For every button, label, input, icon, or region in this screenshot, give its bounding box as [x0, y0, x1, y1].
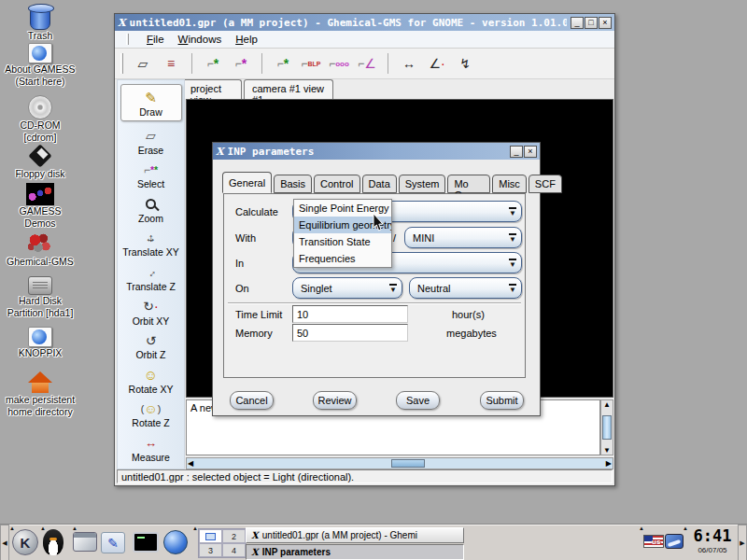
horizontal-scrollbar[interactable]: ◀ ▶ — [186, 457, 613, 469]
desktop-icon-harddisk[interactable]: Hard Disk Partition [hda1] — [0, 276, 92, 318]
measure-angle-tool-icon[interactable]: ∠· — [425, 51, 449, 76]
taskbar-window-main[interactable]: X untitled01.gpr (a MM project) - Ghemi — [246, 527, 464, 543]
desktop-icon-floppy[interactable]: Floppy disk — [0, 144, 92, 180]
tool-orbit-xy[interactable]: ↻· Orbit XY — [120, 299, 182, 327]
minimize-icon[interactable]: _ — [571, 17, 584, 29]
desktop-icon-knoppix[interactable]: KNOPPIX — [0, 327, 92, 359]
tool-rotate-xy[interactable]: ☺ Rotate XY — [120, 367, 182, 395]
pager-desktop-3[interactable]: 3 — [199, 543, 222, 557]
add-atom-magenta-tool-icon[interactable]: ⌐* — [229, 51, 253, 76]
close-icon[interactable]: × — [599, 17, 612, 29]
charge-combo[interactable]: Neutral ▼ — [409, 277, 522, 299]
menubar-grip[interactable] — [126, 34, 129, 46]
desktop-icon-cdrom[interactable]: CD-ROM [cdrom] — [0, 95, 92, 143]
display-settings-button[interactable] — [665, 534, 684, 549]
scroll-down-icon[interactable]: ▼ — [603, 446, 611, 455]
time-limit-input[interactable] — [292, 305, 408, 323]
menu-windows[interactable]: Windows — [178, 34, 222, 45]
dropdown-option-frequencies[interactable]: Frequencies — [294, 250, 391, 267]
add-atom-green-tool-icon[interactable]: ⌐* — [201, 51, 225, 76]
combo-arrow-icon[interactable]: ▼ — [509, 233, 516, 243]
tool-translate-xy[interactable]: ↔↕ Translate XY — [120, 230, 182, 258]
tab-basis[interactable]: Basis — [274, 175, 312, 193]
hydrogens-tool-icon[interactable]: ⌐* — [271, 51, 295, 76]
terminal-button[interactable] — [133, 532, 159, 553]
x11-logo-icon: X — [118, 17, 126, 29]
combo-arrow-icon[interactable]: ▼ — [509, 207, 516, 217]
multiplicity-combo[interactable]: Singlet ▼ — [292, 277, 402, 299]
scroll-left-icon[interactable]: ◀ — [188, 459, 193, 468]
ring-tool-icon[interactable]: ⌐ooo — [327, 51, 351, 76]
pager-desktop-4[interactable]: 4 — [222, 543, 246, 557]
main-titlebar[interactable]: X untitled01.gpr (a MM project) - Ghemic… — [115, 14, 614, 31]
tool-orbit-z[interactable]: ↺ Orbit Z — [120, 332, 182, 360]
combo-arrow-icon[interactable]: ▼ — [509, 284, 516, 293]
toolbar-grip[interactable] — [120, 53, 123, 74]
maximize-icon[interactable]: □ — [585, 17, 598, 29]
basis-set-combo[interactable]: MINI ▼ — [404, 227, 522, 248]
geometry-tool-icon[interactable]: ⌐∠ — [355, 51, 379, 76]
minimize-icon[interactable]: _ — [510, 146, 523, 158]
measure-torsion-tool-icon[interactable]: ↯ — [453, 51, 477, 76]
pager-desktop-1[interactable] — [199, 529, 222, 543]
memory-input[interactable] — [292, 324, 408, 342]
globe-icon — [163, 530, 188, 554]
tab-control[interactable]: Control — [314, 175, 359, 193]
tab-mo-guess[interactable]: Mo Guess — [447, 175, 490, 193]
combo-arrow-icon[interactable]: ▼ — [509, 259, 516, 268]
with-separator: / — [393, 232, 396, 244]
tab-system[interactable]: System — [399, 175, 446, 193]
desktop-icon-ghemical[interactable]: Ghemical-GMS — [0, 233, 92, 268]
memory-label: Memory — [235, 328, 273, 339]
editor-button[interactable]: ✎ — [101, 532, 125, 553]
draw-ribbon-tool-icon[interactable]: ▱ — [131, 51, 155, 76]
scrollbar-thumb[interactable] — [391, 459, 425, 468]
tab-data[interactable]: Data — [362, 175, 397, 193]
save-button[interactable]: Save — [396, 391, 440, 410]
tool-translate-z[interactable]: ↔ Translate Z — [120, 264, 182, 292]
desktop-icon-gamess-demos[interactable]: GAMESS Demos — [0, 183, 92, 229]
tab-scf[interactable]: SCF — [529, 175, 562, 193]
tool-select[interactable]: ⌐** Select — [120, 161, 182, 189]
file-manager-button[interactable] — [73, 532, 97, 552]
menu-help[interactable]: Help — [235, 34, 258, 45]
tool-zoom[interactable]: Zoom — [120, 196, 182, 224]
scrollbar-thumb[interactable] — [602, 415, 612, 440]
browser-button[interactable] — [163, 530, 188, 554]
bonds-lonepairs-tool-icon[interactable]: ⌐BLP — [299, 51, 323, 76]
home-icon — [27, 371, 53, 394]
scroll-right-icon[interactable]: ▶ — [606, 459, 612, 468]
combo-arrow-icon[interactable]: ▼ — [389, 284, 397, 293]
tab-general[interactable]: General — [222, 172, 272, 193]
cancel-button[interactable]: Cancel — [230, 391, 274, 410]
panel-hide-right-button[interactable]: ▶ — [738, 525, 747, 560]
bond-type-tool-icon[interactable]: ≡ — [159, 51, 183, 76]
k-menu-button[interactable]: K — [12, 529, 38, 555]
review-button[interactable]: Review — [313, 391, 357, 410]
desktop-icon-trash[interactable]: Trash — [0, 4, 92, 42]
tool-erase[interactable]: ▱ Erase — [120, 128, 182, 156]
tab-project-view[interactable]: project view — [182, 79, 242, 99]
menu-file[interactable]: File — [147, 34, 164, 45]
vertical-scrollbar[interactable]: ▲ ▼ — [600, 399, 613, 455]
tab-misc[interactable]: Misc — [492, 175, 527, 193]
close-icon[interactable]: × — [524, 146, 537, 158]
taskbar-window-dialog[interactable]: X INP parameters — [246, 544, 464, 560]
dialog-titlebar[interactable]: X INP parameters _ × — [213, 143, 540, 160]
keyboard-layout-button[interactable]: us — [643, 535, 664, 548]
tool-measure[interactable]: ↔ Measure — [120, 435, 182, 463]
pager-desktop-2[interactable]: 2 — [222, 529, 246, 543]
scroll-up-icon[interactable]: ▲ — [603, 400, 611, 409]
desktop-icon-make-home[interactable]: make persistent home directory — [0, 371, 92, 417]
knoppix-penguin-button[interactable] — [43, 529, 63, 555]
tool-draw[interactable]: ✎ Draw — [120, 84, 182, 121]
tool-rotate-z[interactable]: (☺) Rotate Z — [120, 400, 182, 428]
measure-distance-tool-icon[interactable]: ↔ — [397, 51, 421, 76]
panel-clock[interactable]: 6:41 06/07/05 — [688, 525, 737, 560]
dropdown-option-transition-state[interactable]: Transition State — [294, 233, 391, 250]
harddisk-icon — [28, 276, 52, 295]
tab-camera-view[interactable]: camera #1 view #1 — [244, 79, 333, 99]
panel-hide-left-button[interactable]: ◀ — [0, 525, 9, 560]
desktop-icon-about-gamess[interactable]: About GAMESS (Start here) — [0, 43, 92, 87]
submit-button[interactable]: Submit — [480, 391, 524, 410]
